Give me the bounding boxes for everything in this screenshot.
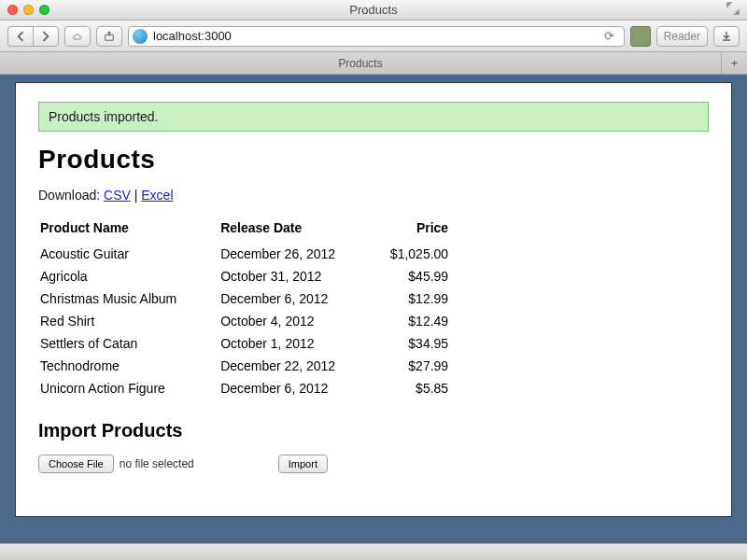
cell-price: $5.85 xyxy=(372,377,454,399)
cell-date: December 26, 2012 xyxy=(218,243,372,265)
import-heading: Import Products xyxy=(38,420,709,441)
cell-date: October 31, 2012 xyxy=(218,265,372,287)
cell-price: $34.95 xyxy=(372,332,454,355)
download-sep: | xyxy=(131,188,141,203)
url-input[interactable] xyxy=(153,29,593,43)
file-chooser: Choose File no file selected xyxy=(38,455,194,473)
window-title: Products xyxy=(0,3,747,17)
reload-button[interactable]: ⟳ xyxy=(599,29,620,43)
table-row: AgricolaOctober 31, 2012$45.99 xyxy=(38,265,454,287)
cell-price: $45.99 xyxy=(372,265,454,287)
table-row: Settlers of CatanOctober 1, 2012$34.95 xyxy=(38,332,454,355)
col-price: Price xyxy=(372,217,454,243)
download-line: Download: CSV | Excel xyxy=(38,188,709,203)
tab-strip: Products + xyxy=(0,52,747,75)
cell-name: Unicorn Action Figure xyxy=(38,377,218,399)
page-body: Products imported. Products Download: CS… xyxy=(15,82,732,517)
cell-name: Technodrome xyxy=(38,355,218,377)
table-row: Acoustic GuitarDecember 26, 2012$1,025.0… xyxy=(38,243,454,265)
nav-buttons xyxy=(7,26,59,47)
downloads-button[interactable] xyxy=(713,26,740,47)
cell-date: December 6, 2012 xyxy=(218,287,372,310)
address-bar[interactable]: ⟳ xyxy=(128,26,625,47)
table-row: Unicorn Action FigureDecember 6, 2012$5.… xyxy=(38,377,454,399)
page-title: Products xyxy=(38,145,709,175)
browser-toolbar: ⟳ Reader xyxy=(0,21,747,52)
viewport: Products imported. Products Download: CS… xyxy=(0,75,747,543)
extension-icon[interactable] xyxy=(630,26,651,47)
cell-name: Christmas Music Album xyxy=(38,287,218,310)
cell-name: Acoustic Guitar xyxy=(38,243,218,265)
cell-price: $27.99 xyxy=(372,355,454,377)
table-header-row: Product Name Release Date Price xyxy=(38,217,454,243)
window-titlebar: Products xyxy=(0,0,747,21)
choose-file-button[interactable]: Choose File xyxy=(38,455,114,473)
download-prefix: Download: xyxy=(38,188,104,203)
import-form: Choose File no file selected Import xyxy=(38,455,709,473)
cell-price: $1,025.00 xyxy=(372,243,454,265)
cell-price: $12.49 xyxy=(372,310,454,332)
flash-notice: Products imported. xyxy=(38,102,709,132)
zoom-window-button[interactable] xyxy=(39,5,49,15)
cell-date: October 4, 2012 xyxy=(218,310,372,332)
products-table: Product Name Release Date Price Acoustic… xyxy=(38,217,454,399)
cell-date: October 1, 2012 xyxy=(218,332,372,355)
cell-name: Settlers of Catan xyxy=(38,332,218,355)
traffic-lights xyxy=(7,5,49,15)
site-icon xyxy=(133,29,148,44)
fullscreen-icon[interactable] xyxy=(726,2,740,18)
table-row: Christmas Music AlbumDecember 6, 2012$12… xyxy=(38,287,454,310)
minimize-window-button[interactable] xyxy=(23,5,34,15)
back-button[interactable] xyxy=(7,26,33,47)
download-excel-link[interactable]: Excel xyxy=(141,188,173,203)
tab-products[interactable]: Products xyxy=(0,52,722,74)
cell-price: $12.99 xyxy=(372,287,454,310)
import-submit-button[interactable]: Import xyxy=(278,455,328,473)
icloud-button[interactable] xyxy=(64,26,91,47)
close-window-button[interactable] xyxy=(7,5,18,15)
table-row: TechnodromeDecember 22, 2012$27.99 xyxy=(38,355,454,377)
col-name: Product Name xyxy=(38,217,218,243)
reader-button[interactable]: Reader xyxy=(656,26,708,47)
cell-name: Agricola xyxy=(38,265,218,287)
cell-name: Red Shirt xyxy=(38,310,218,332)
cell-date: December 22, 2012 xyxy=(218,355,372,377)
col-date: Release Date xyxy=(218,217,372,243)
forward-button[interactable] xyxy=(33,26,59,47)
file-status: no file selected xyxy=(120,457,194,470)
window-bottom-bar xyxy=(0,543,747,560)
table-row: Red ShirtOctober 4, 2012$12.49 xyxy=(38,310,454,332)
cell-date: December 6, 2012 xyxy=(218,377,372,399)
new-tab-button[interactable]: + xyxy=(722,52,747,74)
share-button[interactable] xyxy=(96,26,122,47)
download-csv-link[interactable]: CSV xyxy=(104,188,131,203)
